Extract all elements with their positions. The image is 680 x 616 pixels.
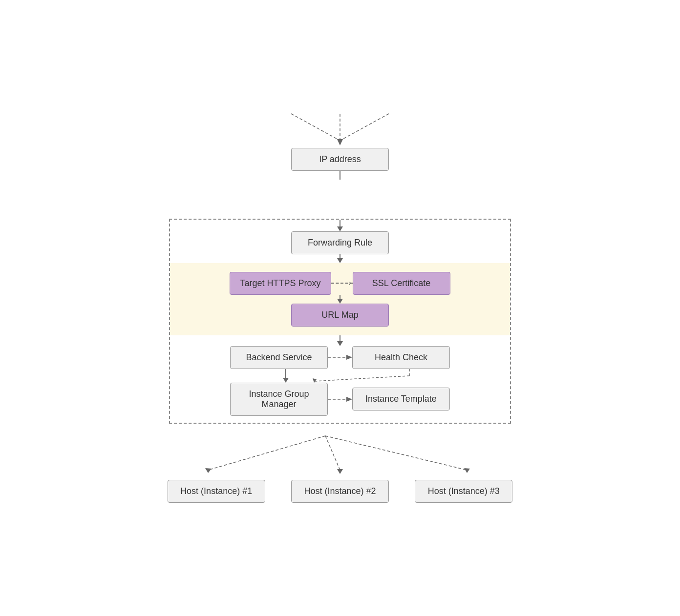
ssl-certificate-node: SSL Certificate — [353, 272, 450, 295]
instance-template-node: Instance Template — [352, 388, 450, 411]
top-incoming-arrows — [154, 114, 526, 148]
connector-into-fr — [170, 220, 510, 231]
connector-igm-to-it — [328, 394, 352, 404]
svg-marker-5 — [337, 226, 343, 231]
connector-proxy-to-urlmap — [170, 295, 510, 304]
svg-line-24 — [325, 436, 340, 470]
proxy-row: Target HTTPS Proxy SSL Certificate — [170, 272, 510, 295]
health-check-node: Health Check — [352, 346, 450, 369]
svg-line-22 — [208, 436, 325, 470]
svg-line-26 — [325, 436, 467, 470]
connector-fr-to-yellow — [170, 254, 510, 263]
host-instance-3-node: Host (Instance) #3 — [415, 480, 512, 503]
yellow-section: Target HTTPS Proxy SSL Certificate — [170, 263, 510, 335]
ip-address-node: IP address — [291, 148, 389, 171]
svg-marker-19 — [313, 378, 317, 383]
diagram-container: IP address Forwarding Rule — [154, 114, 526, 503]
outer-dashed-box: Forwarding Rule Target HTTPS Proxy — [169, 219, 511, 424]
svg-marker-8 — [349, 282, 353, 286]
connector-bs-to-hc — [328, 352, 352, 362]
svg-marker-3 — [337, 139, 343, 145]
svg-marker-7 — [337, 258, 343, 263]
hosts-row: Host (Instance) #1 Host (Instance) #2 Ho… — [154, 480, 526, 503]
svg-marker-14 — [346, 355, 352, 360]
forwarding-rule-row: Forwarding Rule — [170, 231, 510, 254]
svg-marker-12 — [337, 341, 343, 346]
igm-to-hosts-arrows — [154, 436, 526, 480]
svg-marker-16 — [283, 378, 289, 383]
svg-marker-27 — [464, 468, 470, 473]
backend-service-row: Backend Service Health Check — [170, 346, 510, 369]
host-instance-1-node: Host (Instance) #1 — [168, 480, 265, 503]
forwarding-rule-node: Forwarding Rule — [291, 231, 389, 254]
svg-line-2 — [340, 114, 389, 141]
url-map-row: URL Map — [170, 304, 510, 327]
instance-group-manager-node: Instance Group Manager — [230, 383, 328, 416]
svg-marker-23 — [205, 468, 212, 473]
svg-marker-21 — [346, 397, 352, 402]
svg-marker-10 — [337, 299, 343, 304]
target-https-proxy-node: Target HTTPS Proxy — [230, 272, 331, 295]
backend-service-node: Backend Service — [230, 346, 328, 369]
connector-ip-to-outer — [340, 171, 340, 180]
ip-address-row: IP address — [291, 148, 389, 171]
connector-urlmap-to-bs — [170, 335, 510, 346]
svg-marker-25 — [337, 469, 343, 474]
igm-row: Instance Group Manager Instance Template — [170, 383, 510, 416]
url-map-node: URL Map — [291, 304, 389, 327]
host-instance-2-node: Host (Instance) #2 — [291, 480, 389, 503]
svg-line-0 — [291, 114, 340, 141]
connector-bs-to-igm — [170, 369, 510, 383]
connector-proxy-to-ssl — [331, 283, 353, 284]
svg-line-18 — [314, 376, 409, 381]
